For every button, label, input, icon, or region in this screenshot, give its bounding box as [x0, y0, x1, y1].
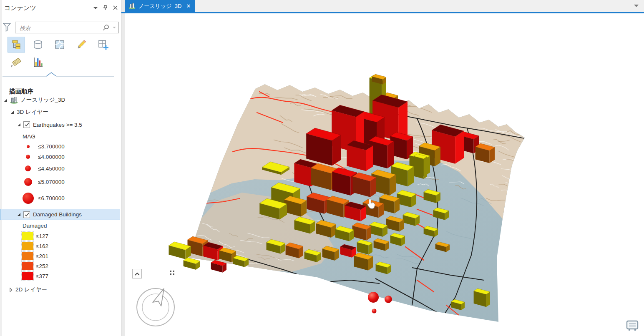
search-row	[0, 22, 121, 34]
view-tabstrip: ノースリッジ_3D ✕	[125, 0, 644, 12]
pane-menu-caret-icon[interactable]	[93, 6, 98, 10]
damaged-class-label: ≤127	[36, 233, 48, 239]
earthquakes-label: Earthquakes >= 3.5	[33, 122, 82, 128]
damaged-legend-row: ≤162	[0, 241, 121, 251]
mag-symbol-dot	[26, 155, 30, 159]
damaged-legend: ≤127≤162≤201≤252≤377	[0, 231, 121, 281]
mag-class-label: ≤5.070000	[38, 179, 65, 185]
list-by-labeling-button[interactable]	[8, 54, 25, 70]
label-tag-icon	[10, 56, 22, 68]
expander-expanded-icon[interactable]	[3, 98, 8, 103]
mag-class-label: ≤4.450000	[38, 165, 65, 172]
database-icon	[33, 39, 43, 50]
scene-canvas[interactable]	[125, 13, 644, 336]
damaged-class-label: ≤377	[36, 273, 48, 279]
contents-toolbar-row2	[8, 54, 47, 70]
close-tab-icon[interactable]: ✕	[186, 3, 191, 9]
damaged-legend-row: ≤201	[0, 251, 121, 261]
damaged-field-label: Damaged	[23, 220, 121, 231]
scene-tab-icon	[128, 3, 136, 9]
tree-item-earthquakes[interactable]: Earthquakes >= 3.5	[0, 118, 121, 131]
mag-legend-row: ≤4.000000	[0, 151, 121, 162]
drag-handle-icon[interactable]	[170, 270, 175, 276]
grid-add-icon	[98, 39, 109, 50]
2d-layers-label: 2D レイヤー	[15, 286, 47, 293]
pane-title: コンテンツ	[4, 4, 36, 12]
mag-legend-row: ≤5.070000	[0, 175, 121, 189]
earthquakes-checkbox[interactable]	[23, 121, 30, 128]
contents-pane-header: コンテンツ	[0, 0, 121, 15]
mag-symbol-dot	[27, 145, 30, 148]
arcgis-pro-window: コンテンツ	[0, 0, 644, 336]
damaged-legend-row: ≤127	[0, 231, 121, 241]
compass-navigator[interactable]	[135, 286, 176, 327]
contents-toolbar	[8, 37, 112, 53]
list-by-charts-button[interactable]	[29, 54, 47, 70]
tree-item-damaged-buildings[interactable]: Damaged Buildings	[0, 209, 120, 220]
mag-symbol-dot	[25, 165, 31, 171]
list-by-editing-button[interactable]	[73, 37, 90, 53]
damaged-buildings-label: Damaged Buildings	[33, 211, 82, 218]
list-by-selection-button[interactable]	[51, 37, 68, 53]
search-input[interactable]	[19, 23, 100, 33]
expander-expanded-icon[interactable]	[16, 212, 22, 217]
damaged-symbol-swatch	[22, 242, 33, 250]
search-options-caret-icon[interactable]	[113, 26, 116, 29]
tree-item-scene[interactable]: ノースリッジ_3D	[0, 94, 121, 106]
damaged-legend-row: ≤377	[0, 271, 121, 281]
list-by-data-source-button[interactable]	[29, 37, 47, 53]
mag-legend: ≤3.700000≤4.000000≤4.450000≤5.070000≤6.7…	[0, 142, 121, 207]
mag-class-label: ≤3.700000	[38, 143, 65, 150]
scene-icon	[10, 97, 18, 104]
pencil-icon	[76, 39, 87, 50]
damaged-class-label: ≤201	[36, 253, 48, 259]
new-map-button[interactable]	[94, 37, 112, 53]
drawing-order-icon	[11, 39, 22, 50]
on-screen-constraints-icon[interactable]	[626, 319, 639, 332]
pin-icon[interactable]	[103, 5, 108, 10]
expander-collapsed-icon[interactable]	[8, 287, 14, 293]
damaged-class-label: ≤252	[36, 263, 48, 269]
damaged-symbol-swatch	[22, 272, 33, 280]
filter-icon[interactable]	[3, 23, 11, 32]
list-by-drawing-order-button[interactable]	[8, 37, 25, 53]
damaged-symbol-swatch	[22, 232, 33, 240]
3d-layers-label: 3D レイヤー	[17, 108, 48, 116]
pane-splitter[interactable]	[121, 0, 125, 336]
mag-class-label: ≤4.000000	[38, 154, 65, 160]
scene-label: ノースリッジ_3D	[20, 96, 65, 104]
overview-expand-button[interactable]	[132, 269, 142, 278]
mag-symbol-dot	[24, 178, 32, 186]
layer-tree: ノースリッジ_3D 3D レイヤー Earthquakes >= 3.5 MAG…	[0, 94, 121, 296]
mag-legend-row: ≤3.700000	[0, 142, 121, 151]
mag-legend-row: ≤6.700000	[0, 189, 121, 207]
expander-expanded-icon[interactable]	[16, 122, 22, 128]
damaged-legend-row: ≤252	[0, 261, 121, 271]
view-list-caret-icon[interactable]	[634, 4, 639, 8]
search-box	[15, 22, 119, 33]
bar-chart-icon	[33, 57, 43, 68]
close-pane-icon[interactable]	[113, 5, 118, 10]
search-icon[interactable]	[103, 24, 109, 31]
tree-item-2d-layers[interactable]: 2D レイヤー	[0, 283, 121, 296]
mag-symbol-dot	[23, 193, 34, 204]
toolbar-collapse-divider[interactable]	[3, 72, 114, 78]
damaged-symbol-swatch	[22, 252, 33, 260]
mag-class-label: ≤6.700000	[38, 195, 65, 201]
expander-expanded-icon[interactable]	[10, 110, 15, 115]
mag-legend-row: ≤4.450000	[0, 162, 121, 175]
tree-item-3d-layers[interactable]: 3D レイヤー	[0, 106, 121, 118]
contents-pane: コンテンツ	[0, 0, 121, 336]
map-selection-icon	[54, 39, 65, 50]
scene-tab[interactable]: ノースリッジ_3D ✕	[125, 0, 195, 12]
damaged-class-label: ≤162	[36, 243, 48, 249]
scene-tab-label: ノースリッジ_3D	[138, 3, 181, 10]
scene-viewport: ノースリッジ_3D ✕	[125, 0, 644, 336]
damaged-symbol-swatch	[22, 262, 33, 270]
scene-3d-map[interactable]	[125, 13, 644, 336]
damaged-buildings-checkbox[interactable]	[23, 211, 30, 218]
mag-field-label: MAG	[23, 131, 121, 142]
